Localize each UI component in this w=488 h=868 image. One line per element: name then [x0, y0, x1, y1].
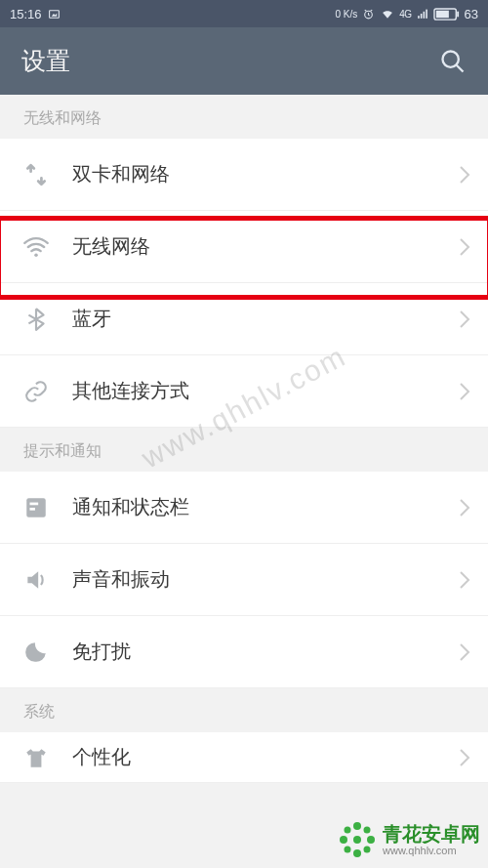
brand-logo-icon	[338, 820, 377, 859]
status-datarate: 0 K/s	[335, 9, 357, 20]
status-battery: 63	[465, 7, 478, 21]
list-item-label: 通知和状态栏	[72, 494, 459, 520]
svg-point-16	[353, 836, 361, 844]
list-item-label: 蓝牙	[72, 306, 459, 332]
list-item-sound[interactable]: 声音和振动	[0, 544, 488, 616]
svg-point-17	[353, 822, 361, 830]
svg-rect-3	[418, 16, 420, 19]
svg-rect-9	[435, 10, 448, 17]
notification-icon	[21, 493, 51, 522]
section-header-system: 系统	[0, 688, 488, 732]
wifi-icon	[21, 232, 51, 262]
shirt-icon	[21, 743, 51, 772]
status-network: 4G	[399, 9, 411, 20]
chevron-right-icon	[459, 237, 470, 257]
svg-rect-14	[30, 502, 39, 505]
section-header-notify: 提示和通知	[0, 428, 488, 472]
list-item-label: 免打扰	[72, 639, 459, 665]
chevron-right-icon	[459, 498, 470, 517]
svg-rect-6	[426, 9, 427, 18]
list-item-label: 无线网络	[72, 233, 459, 260]
watermark-brand: 青花安卓网 www.qhhlv.com	[338, 820, 480, 859]
svg-point-24	[364, 847, 371, 853]
list-item-label: 其他连接方式	[72, 378, 459, 404]
svg-point-19	[340, 836, 347, 844]
svg-rect-8	[457, 11, 459, 17]
list-item-sim[interactable]: 双卡和网络	[0, 139, 488, 211]
alarm-icon	[361, 8, 376, 21]
search-icon	[439, 48, 467, 75]
moon-icon	[21, 638, 51, 667]
brand-name: 青花安卓网	[383, 823, 480, 845]
section-header-wireless: 无线和网络	[0, 95, 488, 139]
svg-rect-13	[26, 498, 46, 517]
chevron-right-icon	[459, 382, 470, 401]
sound-icon	[21, 565, 51, 595]
svg-point-12	[34, 253, 38, 257]
svg-rect-4	[420, 13, 422, 18]
svg-point-20	[367, 836, 375, 844]
chevron-right-icon	[459, 748, 470, 767]
list-item-other-connect[interactable]: 其他连接方式	[0, 355, 488, 428]
app-header: 设置	[0, 27, 488, 95]
svg-line-11	[457, 64, 464, 71]
list-item-label: 双卡和网络	[72, 161, 459, 187]
chevron-right-icon	[459, 165, 470, 185]
list-item-dnd[interactable]: 免打扰	[0, 616, 488, 688]
brand-url: www.qhhlv.com	[383, 845, 480, 856]
svg-point-18	[353, 849, 361, 857]
status-time: 15:16	[10, 7, 42, 21]
svg-rect-15	[30, 508, 35, 511]
sim-icon	[21, 160, 51, 189]
list-item-label: 声音和振动	[72, 566, 459, 593]
list-item-bluetooth[interactable]: 蓝牙	[0, 283, 488, 355]
bluetooth-icon	[21, 305, 51, 334]
svg-point-10	[443, 51, 459, 66]
picture-icon	[48, 8, 61, 21]
wifi-status-icon	[380, 8, 395, 21]
svg-point-21	[345, 827, 351, 834]
battery-icon	[433, 8, 461, 21]
list-item-wifi[interactable]: 无线网络	[0, 211, 488, 283]
list-item-personalization[interactable]: 个性化	[0, 732, 488, 783]
signal-icon	[416, 8, 429, 21]
svg-point-22	[364, 827, 371, 834]
search-button[interactable]	[439, 48, 467, 75]
chevron-right-icon	[459, 310, 470, 329]
svg-point-23	[345, 847, 351, 853]
link-icon	[21, 377, 51, 406]
page-title: 设置	[21, 45, 70, 77]
svg-rect-5	[423, 11, 425, 18]
svg-marker-1	[51, 13, 56, 16]
chevron-right-icon	[459, 570, 470, 590]
chevron-right-icon	[459, 642, 470, 662]
list-item-notifications[interactable]: 通知和状态栏	[0, 472, 488, 544]
list-item-label: 个性化	[72, 744, 459, 770]
status-bar: 15:16 0 K/s 4G 63	[0, 0, 488, 27]
